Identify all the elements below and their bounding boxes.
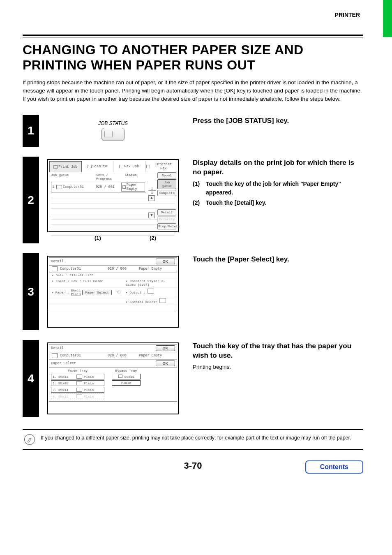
panel-title: Detail: [51, 259, 156, 264]
step-2: 2 Print Job Scan to Fax Job Internet Fax…: [23, 157, 363, 243]
orientation-icon: [118, 375, 122, 378]
job-row[interactable]: 1 Computer01 020 / 001 Paper Empty: [51, 182, 146, 192]
orientation-icon: [76, 388, 82, 392]
job-status-panel: Print Job Scan to Fax Job Internet Fax J…: [47, 159, 179, 232]
tab-print-job[interactable]: Print Job: [49, 161, 82, 172]
computer-icon: [52, 353, 58, 358]
job-status: Paper Empty: [139, 267, 162, 271]
bypass-size-button[interactable]: 8½x11: [112, 374, 141, 379]
complete-button[interactable]: Complete: [157, 190, 176, 196]
step-heading: Touch the [Paper Select] key.: [193, 255, 363, 264]
special-modes-icon: [159, 298, 166, 303]
ifax-icon: [146, 165, 150, 168]
bypass-tray-heading: Bypass Tray: [112, 369, 141, 372]
computer-icon: [52, 266, 58, 271]
step-number: 3: [23, 253, 39, 330]
intro-paragraph: If printing stops because the machine ra…: [23, 79, 363, 104]
side-buttons: Spool Job Queue Complete Detail Priority…: [157, 172, 176, 229]
page-title: CHANGING TO ANOTHER PAPER SIZE AND PRINT…: [23, 42, 363, 73]
tab-scan-to[interactable]: Scan to: [82, 161, 114, 172]
printer-icon: [53, 165, 58, 169]
paper-empty-icon: [122, 185, 126, 189]
substep-1-label: (1): [193, 180, 206, 197]
scroll-up-button[interactable]: ▲: [148, 195, 155, 201]
scan-icon: [88, 165, 92, 168]
rule: [23, 35, 363, 36]
contents-link[interactable]: Contents: [305, 460, 363, 474]
orientation-icon: [76, 375, 82, 379]
section-color-tab: [383, 0, 392, 37]
step-4: 4 Detail OK Computer01 020 / 000 Paper E…: [23, 340, 363, 417]
job-progress: 020 / 001: [96, 185, 121, 189]
output-icon: [148, 289, 154, 294]
step-number: 4: [23, 340, 39, 417]
job-name: Computer01: [60, 354, 105, 358]
bypass-type-button[interactable]: Plain: [112, 380, 141, 386]
callout-1: (1): [95, 235, 101, 241]
page-indicator: 1 1 ▲ ▼: [148, 187, 156, 218]
paper-tray-heading: Paper Tray: [51, 369, 104, 372]
tab-internet-fax[interactable]: Internet Fax: [145, 161, 177, 172]
note-text: If you changed to a different paper size…: [41, 434, 351, 442]
step-number: 1: [23, 115, 39, 147]
job-status-hard-key[interactable]: [101, 128, 125, 141]
paper-select-button[interactable]: Paper Select: [82, 290, 112, 295]
step-number: 2: [23, 157, 39, 243]
job-status-button[interactable]: Paper Empty: [121, 183, 145, 192]
step-1: 1 JOB STATUS Press the [JOB STATUS] key.: [23, 115, 363, 147]
hard-key-label: JOB STATUS: [98, 120, 128, 126]
job-name: Computer01: [60, 267, 105, 271]
job-queue-button[interactable]: Job Queue: [157, 179, 176, 189]
job-name: Computer01: [63, 185, 96, 189]
ok-button[interactable]: OK: [156, 259, 175, 264]
stop-delete-button[interactable]: Stop/Delete: [157, 223, 176, 229]
note-box: If you changed to a different paper size…: [23, 429, 363, 450]
detail-button[interactable]: Detail: [157, 209, 176, 215]
paper-select-panel: Detail OK Computer01 020 / 000 Paper Emp…: [47, 342, 179, 414]
paper-select-ok-button[interactable]: OK: [156, 361, 175, 366]
tray-1-button[interactable]: 1.8½x11Plain: [51, 374, 104, 379]
fax-icon: [119, 165, 123, 168]
scroll-down-button[interactable]: ▼: [148, 213, 155, 218]
ok-button[interactable]: OK: [156, 345, 175, 351]
spool-button[interactable]: Spool: [157, 172, 176, 178]
job-progress: 020 / 000: [108, 267, 136, 271]
job-status: Paper Empty: [139, 354, 162, 358]
step-heading: Touch the key of the tray that has the p…: [193, 342, 363, 361]
tray-3-button[interactable]: 3.8½x14Plain: [51, 387, 104, 393]
priority-button[interactable]: Priority: [157, 216, 176, 222]
substep-2-label: (2): [193, 199, 206, 207]
step-heading: Display details on the print job for whi…: [193, 158, 363, 177]
tray-2-button[interactable]: 2.5½x8½Plain: [51, 380, 104, 386]
job-index: 1: [52, 185, 56, 189]
step-body: Printing begins.: [193, 363, 363, 371]
tab-bar: Print Job Scan to Fax Job Internet Fax: [49, 161, 177, 172]
panel-title: Detail: [51, 346, 156, 350]
computer-icon: [56, 185, 62, 189]
detail-panel: Detail OK Computer01 020 / 000 Paper Emp…: [47, 256, 179, 328]
step-heading: Press the [JOB STATUS] key.: [193, 116, 363, 126]
paper-select-title: Paper Select: [51, 361, 156, 365]
pencil-note-icon: [23, 433, 36, 446]
tab-fax-job[interactable]: Fax Job: [113, 161, 145, 172]
chapter-label: PRINTER: [23, 12, 363, 18]
job-progress: 020 / 000: [108, 354, 136, 358]
substep-1-text: Touch the key of the job for which "Pape…: [206, 180, 363, 197]
callout-2: (2): [150, 235, 156, 241]
substep-2-text: Touch the [Detail] key.: [206, 199, 266, 207]
orientation-icon: [76, 394, 82, 398]
tray-4-button[interactable]: 4.8½x11Plain: [51, 393, 104, 399]
step-3: 3 Detail OK Computer01 020 / 000 Paper E…: [23, 253, 363, 330]
rule: [23, 37, 363, 37]
orientation-icon: [76, 381, 82, 385]
